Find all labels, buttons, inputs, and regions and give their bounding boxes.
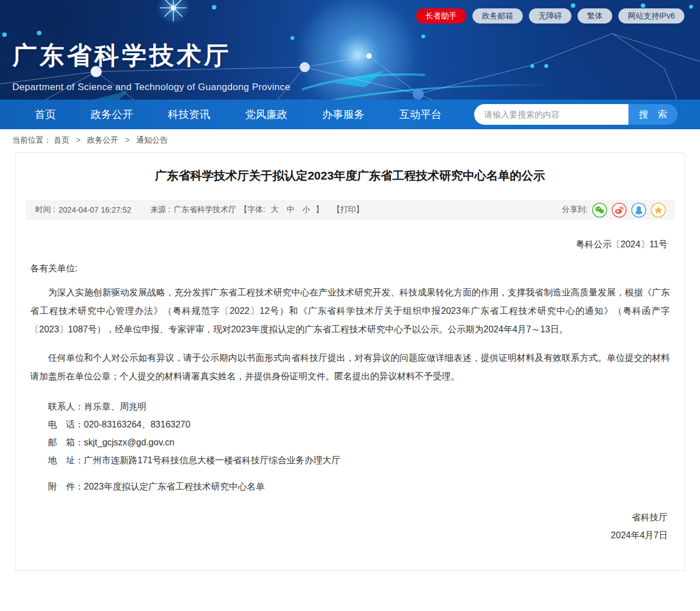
elder-helper-button[interactable]: 长者助手 bbox=[416, 8, 466, 24]
meta-time-value: 2024-04-07 16:27:52 bbox=[59, 205, 131, 214]
article-title: 广东省科学技术厅关于拟认定2023年度广东省工程技术研究中心名单的公示 bbox=[16, 153, 684, 184]
attachment-link[interactable]: 附 件：2023年度拟认定广东省工程技术研究中心名单 bbox=[30, 481, 670, 493]
share-qq-icon[interactable] bbox=[631, 203, 646, 218]
breadcrumb-label: 当前位置： bbox=[12, 135, 51, 144]
gov-mail-button[interactable]: 政务邮箱 bbox=[472, 8, 523, 24]
share-wechat-icon[interactable] bbox=[592, 203, 607, 218]
nav-item-services[interactable]: 办事服务 bbox=[322, 107, 365, 122]
page: 长者助手 政务邮箱 无障碍 繁体 网站支持IPv6 广东省科学技术厅 Depar… bbox=[0, 0, 700, 611]
meta-font-label: 【字体: bbox=[240, 205, 266, 215]
search-button[interactable]: 搜 索 bbox=[628, 104, 678, 125]
ipv6-button[interactable]: 网站支持IPv6 bbox=[618, 8, 684, 24]
nav-item-home[interactable]: 首页 bbox=[35, 107, 56, 122]
signature-block: 省科技厅 2024年4月7日 bbox=[30, 509, 670, 544]
meta-source-label: 来源 : bbox=[150, 205, 171, 215]
paragraph: 为深入实施创新驱动发展战略，充分发挥广东省工程技术研究中心在产业技术研究开发、科… bbox=[30, 283, 670, 339]
breadcrumb-separator: > bbox=[125, 135, 130, 144]
article-meta-bar: 时间 : 2024-04-07 16:27:52 来源 : 广东省科学技术厅 【… bbox=[26, 200, 674, 219]
site-subtitle: Department of Science and Technology of … bbox=[12, 82, 290, 93]
meta-time-label: 时间 : bbox=[35, 205, 55, 215]
breadcrumb-home[interactable]: 首页 bbox=[54, 135, 69, 144]
nav-item-gov-info[interactable]: 政务公开 bbox=[91, 107, 133, 122]
font-size-small-button[interactable]: 小 bbox=[302, 205, 310, 215]
site-title: 广东省科学技术厅 bbox=[12, 39, 290, 72]
signature-date: 2024年4月7日 bbox=[30, 527, 668, 544]
meta-source-value: 广东省科学技术厅 bbox=[174, 205, 237, 215]
topbar: 长者助手 政务邮箱 无障碍 繁体 网站支持IPv6 bbox=[416, 8, 684, 24]
document-number: 粤科公示〔2024〕11号 bbox=[30, 239, 670, 251]
breadcrumb: 当前位置： 首页 > 政务公开 > 通知公告 bbox=[0, 129, 700, 151]
breadcrumb-separator: > bbox=[76, 135, 81, 144]
accessibility-button[interactable]: 无障碍 bbox=[529, 8, 571, 24]
traditional-chinese-button[interactable]: 繁体 bbox=[578, 8, 612, 24]
breadcrumb-gov-info[interactable]: 政务公开 bbox=[87, 135, 119, 144]
article-container: 广东省科学技术厅关于拟认定2023年度广东省工程技术研究中心名单的公示 时间 :… bbox=[15, 152, 685, 571]
site-identity: 广东省科学技术厅 Department of Science and Techn… bbox=[12, 39, 290, 93]
nav-item-interaction[interactable]: 互动平台 bbox=[399, 107, 442, 122]
contact-address-line: 地 址：广州市连新路171号科技信息大楼一楼省科技厅综合业务办理大厅 bbox=[48, 452, 670, 469]
share-qzone-icon[interactable] bbox=[651, 203, 666, 218]
contact-phone-line: 电 话：020-83163264、83163270 bbox=[48, 416, 670, 434]
share-weibo-icon[interactable] bbox=[612, 203, 627, 218]
contact-person-line: 联系人：肖乐章、周兆明 bbox=[48, 398, 670, 416]
main-nav: 首页 政务公开 科技资讯 党风廉政 办事服务 互动平台 搜 索 bbox=[0, 100, 700, 129]
salutation: 各有关单位: bbox=[30, 263, 670, 275]
share-label: 分享到: bbox=[562, 205, 588, 215]
article-body: 粤科公示〔2024〕11号 各有关单位: 为深入实施创新驱动发展战略，充分发挥广… bbox=[16, 239, 684, 544]
contact-block: 联系人：肖乐章、周兆明 电 话：020-83163264、83163270 邮 … bbox=[30, 398, 670, 469]
nav-item-party-conduct[interactable]: 党风廉政 bbox=[245, 107, 287, 122]
article-meta-left: 时间 : 2024-04-07 16:27:52 来源 : 广东省科学技术厅 【… bbox=[35, 205, 363, 215]
font-size-medium-button[interactable]: 中 bbox=[286, 205, 294, 215]
nav-item-tech-news[interactable]: 科技资讯 bbox=[168, 107, 210, 122]
search-box: 搜 索 bbox=[474, 104, 678, 125]
site-banner: 长者助手 政务邮箱 无障碍 繁体 网站支持IPv6 广东省科学技术厅 Depar… bbox=[0, 0, 700, 129]
print-button[interactable]: 【打印】 bbox=[332, 205, 363, 215]
paragraph: 任何单位和个人对公示如有异议，请于公示期内以书面形式向省科技厅提出，对有异议的问… bbox=[30, 349, 670, 386]
signature-org: 省科技厅 bbox=[30, 509, 668, 527]
breadcrumb-notices[interactable]: 通知公告 bbox=[136, 135, 168, 144]
meta-font-label-close: 】 bbox=[315, 205, 323, 215]
search-input[interactable] bbox=[474, 104, 628, 125]
article-share-bar: 分享到: bbox=[562, 203, 666, 218]
contact-email-line: 邮 箱：skjt_gcjszx@gd.gov.cn bbox=[48, 434, 670, 452]
font-size-large-button[interactable]: 大 bbox=[271, 205, 278, 215]
